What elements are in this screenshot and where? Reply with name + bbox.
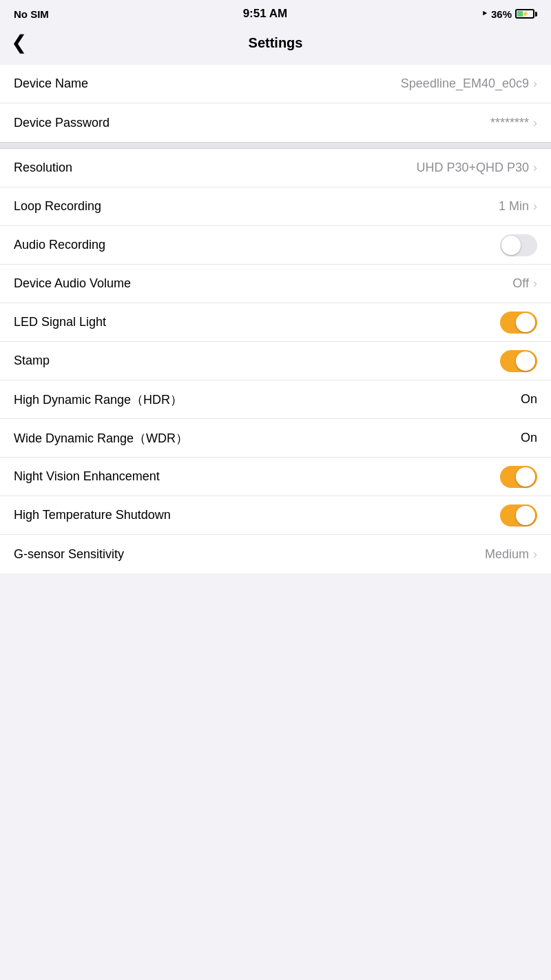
settings-row-loop-recording[interactable]: Loop Recording1 Min›	[0, 187, 551, 226]
carrier-label: No SIM	[14, 8, 49, 20]
row-label-hdr: High Dynamic Range（HDR）	[14, 391, 183, 408]
settings-group-group1: Device NameSpeedline_EM40_e0c9›Device Pa…	[0, 65, 551, 142]
row-value-hdr: On	[521, 392, 537, 407]
row-value-device-audio-volume: Off›	[512, 276, 537, 291]
row-value-stamp	[500, 350, 537, 372]
settings-row-device-name[interactable]: Device NameSpeedline_EM40_e0c9›	[0, 65, 551, 103]
section-divider-1	[0, 142, 551, 149]
row-value-text-g-sensor: Medium	[485, 547, 529, 562]
settings-group-group2: ResolutionUHD P30+QHD P30›Loop Recording…	[0, 149, 551, 573]
row-value-device-password: ********›	[490, 116, 537, 130]
row-value-audio-recording	[500, 234, 537, 256]
row-label-device-audio-volume: Device Audio Volume	[14, 276, 131, 291]
row-label-stamp: Stamp	[14, 354, 50, 368]
settings-row-hdr: High Dynamic Range（HDR）On	[0, 380, 551, 419]
row-value-resolution: UHD P30+QHD P30›	[416, 161, 537, 175]
row-value-device-name: Speedline_EM40_e0c9›	[401, 76, 537, 91]
row-label-device-password: Device Password	[14, 116, 110, 130]
bolt-icon: ⚡	[521, 10, 529, 17]
row-value-text-device-name: Speedline_EM40_e0c9	[401, 76, 529, 91]
battery-percent: 36%	[491, 8, 512, 20]
row-label-night-vision: Night Vision Enhancement	[14, 469, 160, 484]
row-label-high-temp-shutdown: High Temperature Shutdown	[14, 508, 171, 522]
toggle-night-vision[interactable]	[500, 466, 537, 488]
chevron-icon-device-password: ›	[533, 116, 537, 130]
row-value-night-vision	[500, 466, 537, 488]
toggle-knob-night-vision	[516, 467, 535, 487]
status-bar: No SIM 9:51 AM ‣ 36% ⚡	[0, 0, 551, 25]
toggle-knob-led-signal-light	[516, 313, 535, 332]
settings-row-high-temp-shutdown[interactable]: High Temperature Shutdown	[0, 496, 551, 535]
chevron-icon-g-sensor: ›	[533, 547, 537, 562]
toggle-stamp[interactable]	[500, 350, 537, 372]
settings-row-wdr: Wide Dynamic Range（WDR）On	[0, 419, 551, 458]
nav-bar: ❮ Settings	[0, 25, 551, 65]
row-value-text-device-audio-volume: Off	[512, 276, 529, 291]
chevron-icon-loop-recording: ›	[533, 199, 537, 214]
toggle-knob-audio-recording	[501, 236, 521, 255]
row-value-high-temp-shutdown	[500, 504, 537, 527]
status-right: ‣ 36% ⚡	[481, 8, 537, 20]
chevron-icon-resolution: ›	[533, 161, 537, 175]
chevron-icon-device-audio-volume: ›	[533, 276, 537, 291]
settings-row-night-vision[interactable]: Night Vision Enhancement	[0, 458, 551, 496]
battery-icon: ⚡	[515, 9, 537, 19]
toggle-high-temp-shutdown[interactable]	[500, 504, 537, 527]
settings-row-device-password[interactable]: Device Password********›	[0, 103, 551, 142]
row-value-wdr: On	[521, 431, 537, 445]
row-label-loop-recording: Loop Recording	[14, 199, 101, 214]
toggle-knob-high-temp-shutdown	[516, 506, 535, 525]
settings-row-resolution[interactable]: ResolutionUHD P30+QHD P30›	[0, 149, 551, 187]
settings-row-audio-recording[interactable]: Audio Recording	[0, 226, 551, 265]
settings-row-device-audio-volume[interactable]: Device Audio VolumeOff›	[0, 265, 551, 303]
row-label-resolution: Resolution	[14, 161, 72, 175]
row-value-text-resolution: UHD P30+QHD P30	[416, 161, 529, 175]
back-button[interactable]: ❮	[11, 30, 32, 55]
row-label-wdr: Wide Dynamic Range（WDR）	[14, 430, 188, 447]
settings-row-led-signal-light[interactable]: LED Signal Light	[0, 303, 551, 342]
chevron-icon-device-name: ›	[533, 76, 537, 91]
row-value-text-hdr: On	[521, 392, 537, 407]
time-label: 9:51 AM	[243, 7, 288, 21]
settings-row-stamp[interactable]: Stamp	[0, 342, 551, 380]
toggle-audio-recording[interactable]	[500, 234, 537, 256]
settings-container: Device NameSpeedline_EM40_e0c9›Device Pa…	[0, 65, 551, 573]
row-label-device-name: Device Name	[14, 76, 88, 91]
row-label-g-sensor: G-sensor Sensitivity	[14, 547, 124, 562]
location-icon: ‣	[481, 8, 488, 20]
row-label-led-signal-light: LED Signal Light	[14, 315, 106, 329]
toggle-knob-stamp	[516, 351, 535, 371]
row-value-g-sensor: Medium›	[485, 547, 537, 562]
row-label-audio-recording: Audio Recording	[14, 238, 105, 252]
row-value-text-loop-recording: 1 Min	[499, 199, 529, 214]
row-value-led-signal-light	[500, 312, 537, 334]
row-value-text-device-password: ********	[490, 116, 529, 130]
row-value-text-wdr: On	[521, 431, 537, 445]
page-title: Settings	[249, 35, 303, 51]
settings-row-g-sensor[interactable]: G-sensor SensitivityMedium›	[0, 535, 551, 573]
toggle-led-signal-light[interactable]	[500, 312, 537, 334]
row-value-loop-recording: 1 Min›	[499, 199, 537, 214]
